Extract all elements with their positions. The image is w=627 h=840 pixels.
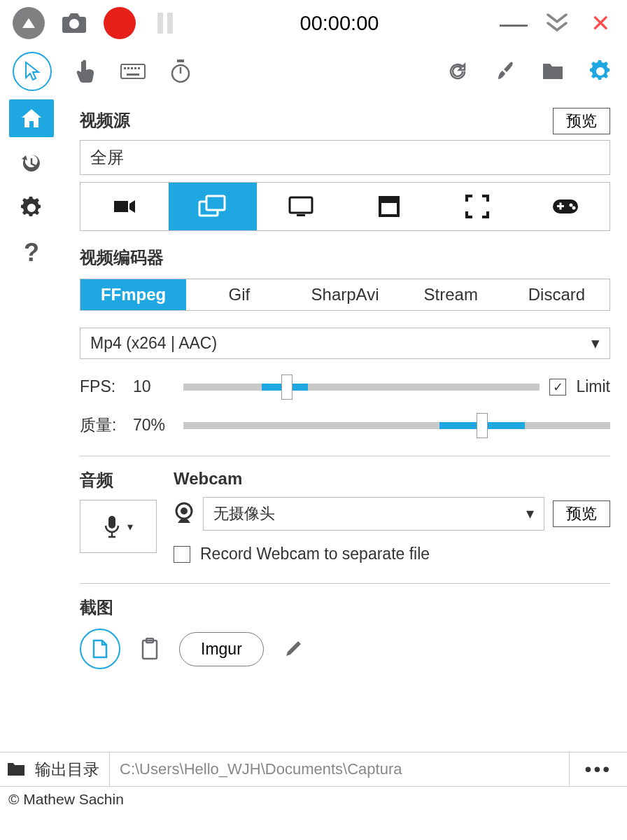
tools-toolbar	[0, 46, 627, 97]
region-icon	[465, 195, 489, 218]
keyboard-tool[interactable]	[119, 57, 147, 85]
source-window[interactable]	[345, 183, 433, 230]
svg-rect-4	[127, 67, 129, 69]
source-region[interactable]	[433, 183, 521, 230]
fps-row: FPS: 10 ✓ Limit	[80, 377, 610, 396]
minimize-button[interactable]: —	[500, 9, 528, 37]
left-nav: ?	[0, 97, 63, 752]
collapse-button[interactable]	[13, 7, 45, 39]
encoder-tab-gif[interactable]: Gif	[186, 279, 292, 310]
gamepad-icon	[551, 198, 579, 215]
pause-icon	[157, 13, 173, 34]
screenshot-targets: Imgur	[80, 629, 610, 669]
copyright: © Mathew Sachin	[0, 787, 627, 812]
clipboard-button[interactable]	[136, 635, 164, 663]
svg-point-19	[572, 206, 576, 210]
svg-rect-17	[380, 197, 398, 203]
svg-rect-1	[167, 13, 173, 34]
mic-icon	[104, 514, 120, 538]
nav-settings[interactable]	[9, 189, 54, 227]
expand-down-button[interactable]	[543, 9, 571, 37]
webcam-icon	[174, 502, 195, 526]
chevron-down-icon: ▾	[526, 505, 534, 523]
source-camera[interactable]	[80, 183, 169, 230]
record-button[interactable]	[104, 7, 136, 39]
nav-history[interactable]	[9, 144, 54, 182]
record-separate-checkbox[interactable]	[174, 546, 190, 563]
webcam-select[interactable]: 无摄像头 ▾	[203, 497, 544, 531]
nav-home[interactable]	[9, 99, 54, 137]
fps-slider[interactable]	[183, 384, 540, 391]
encoder-tab-discard[interactable]: Discard	[504, 279, 610, 310]
quality-slider[interactable]	[183, 422, 610, 429]
nav-help[interactable]: ?	[9, 234, 54, 272]
encoder-tab-sharpavi[interactable]: SharpAvi	[292, 279, 397, 310]
screenshot-label: 截图	[80, 596, 610, 619]
divider	[80, 583, 610, 584]
save-file-button[interactable]	[80, 629, 120, 669]
preview-button[interactable]: 预览	[553, 108, 610, 134]
record-separate-label: Record Webcam to separate file	[200, 545, 430, 564]
cursor-icon	[24, 61, 41, 82]
monitor-icon	[288, 196, 314, 217]
fps-label: FPS:	[80, 377, 123, 396]
source-game[interactable]	[521, 183, 610, 230]
svg-rect-15	[297, 214, 305, 216]
camera-icon	[62, 13, 86, 33]
svg-point-24	[181, 507, 188, 514]
triangle-up-icon	[22, 18, 35, 28]
divider	[80, 456, 610, 456]
svg-rect-13	[206, 196, 225, 210]
svg-rect-2	[121, 64, 145, 78]
svg-rect-5	[131, 67, 133, 69]
clipboard-icon	[141, 638, 159, 660]
encoder-tab-stream[interactable]: Stream	[398, 279, 504, 310]
svg-rect-0	[157, 13, 163, 34]
click-tool[interactable]	[71, 57, 99, 85]
home-icon	[20, 108, 43, 129]
file-icon	[92, 639, 108, 659]
close-button[interactable]: ✕	[586, 9, 614, 37]
gear-icon	[20, 197, 43, 219]
webcam-section: Webcam 无摄像头 ▾ 预览 Record Webcam to separa…	[174, 469, 610, 564]
output-path[interactable]: C:\Users\Hello_WJH\Documents\Captura	[110, 752, 570, 786]
brush-button[interactable]	[491, 57, 519, 85]
screenshot-button[interactable]	[60, 9, 88, 37]
imgur-button[interactable]: Imgur	[179, 632, 264, 666]
svg-point-18	[570, 204, 573, 207]
folder-button[interactable]	[539, 57, 567, 85]
audio-section: 音频 ▾	[80, 469, 157, 564]
quality-label: 质量:	[80, 414, 123, 436]
more-button[interactable]: •••	[570, 758, 627, 780]
encoder-label: 视频编码器	[80, 246, 610, 269]
edit-button[interactable]	[279, 635, 307, 663]
history-icon	[20, 152, 43, 174]
hand-pointer-icon	[76, 59, 95, 83]
audio-label: 音频	[80, 469, 157, 491]
quality-value: 70%	[133, 416, 174, 435]
limit-checkbox[interactable]: ✓	[549, 379, 566, 396]
svg-rect-7	[138, 67, 140, 69]
chevron-double-down-icon	[547, 13, 568, 33]
source-screens[interactable]	[169, 183, 257, 230]
settings-button[interactable]	[586, 57, 614, 85]
refresh-button[interactable]	[444, 57, 472, 85]
main-panel: 视频源 预览 全屏 视频编码器 FFmpeg Gif SharpAvi Stre…	[63, 97, 627, 752]
topbar: 00:00:00 — ✕	[0, 0, 627, 46]
webcam-label: Webcam	[174, 469, 610, 489]
encoder-tab-ffmpeg[interactable]: FFmpeg	[80, 279, 186, 310]
folder-icon	[542, 62, 564, 80]
cursor-tool[interactable]	[13, 52, 52, 91]
source-monitor[interactable]	[257, 183, 345, 230]
pause-button[interactable]	[151, 9, 179, 37]
gear-icon	[589, 60, 612, 83]
audio-button[interactable]: ▾	[80, 500, 157, 553]
fps-value: 10	[133, 377, 174, 396]
stopwatch-icon	[170, 59, 191, 83]
timer-tool[interactable]	[167, 57, 195, 85]
webcam-preview-button[interactable]: 预览	[553, 500, 610, 527]
output-dir-label[interactable]: 输出目录	[0, 752, 110, 786]
video-source-select[interactable]: 全屏	[80, 140, 610, 175]
svg-rect-9	[177, 59, 184, 62]
codec-select[interactable]: Mp4 (x264 | AAC) ▾	[80, 328, 610, 359]
